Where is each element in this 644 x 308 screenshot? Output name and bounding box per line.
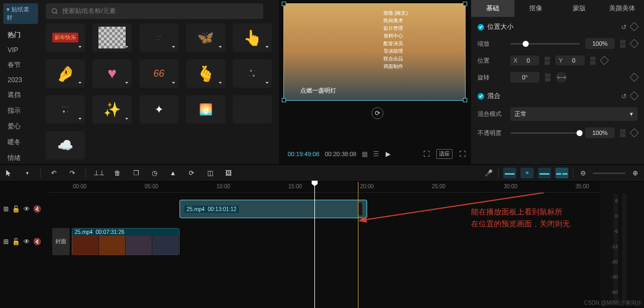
sticker-item[interactable]: [233, 95, 272, 124]
mute-icon[interactable]: 🔇: [33, 238, 41, 245]
lock-icon[interactable]: 🔓: [12, 238, 20, 245]
keyframe-icon[interactable]: [599, 56, 609, 65]
zoom-out-icon[interactable]: ⊖: [578, 168, 589, 178]
cat-2023[interactable]: 2023: [3, 73, 38, 87]
tab-basic[interactable]: 基础: [471, 0, 515, 17]
track-btn-1[interactable]: ▬▬: [503, 168, 516, 178]
keyframe-icon[interactable]: [630, 39, 639, 48]
video-preview[interactable]: 致敬 (南京) 民间美术 影片管理 资料中心 配音演员 导演助理 联合出品 画面…: [283, 3, 466, 101]
zoom-slider[interactable]: [593, 173, 626, 174]
cat-vip[interactable]: VIP: [3, 43, 38, 57]
download-icon[interactable]: [170, 43, 177, 51]
download-icon[interactable]: [123, 115, 131, 122]
lock-icon[interactable]: 🔓: [12, 205, 20, 213]
tab-mask[interactable]: 蒙版: [558, 0, 601, 17]
crop-icon[interactable]: ⛶: [422, 149, 431, 159]
sticker-item[interactable]: · · ·✦ ·: [46, 95, 85, 124]
video-track-1[interactable]: ⊞ 🔓 👁 🔇 封面 25.mp4 00:07:31:26: [0, 225, 644, 258]
rotation-value[interactable]: 0°: [510, 72, 540, 83]
cat-warm[interactable]: 暖冬: [3, 134, 38, 150]
image-tool[interactable]: 🖼: [223, 168, 234, 178]
download-icon[interactable]: [76, 115, 84, 122]
keyframe-icon[interactable]: [630, 128, 639, 138]
tab-beauty[interactable]: 美颜美体: [601, 0, 645, 17]
video-clip-2[interactable]: 25.mp4 00:07:31:26: [72, 228, 179, 255]
download-icon[interactable]: [263, 79, 271, 87]
download-icon[interactable]: [123, 43, 131, 51]
rotate-tool[interactable]: ⟳: [186, 168, 197, 178]
sticker-item[interactable]: 66: [139, 59, 178, 88]
grid-icon[interactable]: ▦: [362, 150, 368, 158]
scale-value[interactable]: 100%: [585, 38, 615, 49]
undo-button[interactable]: ↶: [48, 168, 59, 178]
cover-button[interactable]: 封面: [52, 228, 70, 255]
opacity-value[interactable]: 100%: [585, 127, 615, 138]
keyframe-icon[interactable]: [630, 73, 639, 82]
playhead[interactable]: [314, 182, 315, 308]
cat-mask[interactable]: 遮挡: [3, 87, 38, 103]
sticker-item[interactable]: ♥: [92, 59, 132, 88]
sticker-category-dropdown[interactable]: ▾ 贴纸素材: [3, 3, 38, 24]
fit-button[interactable]: 适应: [436, 149, 453, 159]
speed-tool[interactable]: ◷: [149, 168, 160, 178]
redo-button[interactable]: ↷: [67, 168, 78, 178]
sticker-item[interactable]: · · ·· ·: [139, 23, 178, 52]
cat-emotion[interactable]: 情绪: [3, 150, 38, 166]
copy-tool[interactable]: ❐: [131, 168, 141, 178]
flip-icon[interactable]: ⟷: [556, 72, 567, 83]
pos-y-input[interactable]: Y: [555, 56, 584, 65]
mirror-tool[interactable]: ▲: [168, 168, 178, 178]
zoom-in-icon[interactable]: ⊕: [630, 168, 641, 178]
cat-hot[interactable]: 热门: [3, 27, 38, 43]
add-track-icon[interactable]: ⊞: [3, 205, 9, 213]
download-icon[interactable]: [170, 79, 177, 87]
sticker-item[interactable]: ☁️: [46, 131, 85, 159]
sticker-item[interactable]: [92, 23, 132, 52]
download-icon[interactable]: [123, 79, 131, 87]
scale-slider[interactable]: [510, 43, 580, 45]
keyframe-icon[interactable]: [630, 22, 639, 31]
download-icon[interactable]: [216, 79, 224, 87]
keyframe-icon[interactable]: [630, 91, 639, 100]
sticker-item[interactable]: ✦: [139, 95, 178, 124]
sticker-item[interactable]: 新年快乐: [46, 23, 85, 52]
track-btn-3[interactable]: ▬▬: [538, 168, 551, 178]
refresh-icon[interactable]: ⟳: [371, 107, 383, 119]
mute-icon[interactable]: 🔇: [33, 205, 41, 213]
eye-icon[interactable]: 👁: [23, 238, 30, 245]
download-icon[interactable]: [263, 43, 271, 51]
list-icon[interactable]: ☰: [373, 150, 379, 158]
cursor-tool[interactable]: [3, 168, 14, 178]
eye-icon[interactable]: 👁: [23, 205, 30, 213]
sticker-item[interactable]: 🦋: [186, 23, 225, 52]
sticker-item[interactable]: 🤌: [46, 59, 85, 88]
split-tool[interactable]: ⊥⊥: [94, 168, 104, 178]
play-button[interactable]: ▶: [385, 149, 392, 159]
cat-heart[interactable]: 爱心: [3, 119, 38, 134]
sticker-item[interactable]: 🫰: [186, 59, 225, 88]
download-icon[interactable]: [76, 79, 84, 87]
track-btn-preview[interactable]: ▬ ▬: [555, 168, 568, 178]
reset-icon[interactable]: ↺: [621, 93, 627, 100]
video-clip-1[interactable]: 25.mp4 00:13:01:12: [179, 200, 367, 218]
tab-cutout[interactable]: 抠像: [515, 0, 558, 17]
cat-spring[interactable]: 春节: [3, 57, 38, 73]
fullscreen-icon[interactable]: ⛶: [458, 149, 467, 159]
download-icon[interactable]: [216, 43, 224, 51]
add-track-icon[interactable]: ⊞: [3, 238, 9, 245]
pos-x-input[interactable]: X: [510, 56, 539, 65]
sticker-item[interactable]: 👆: [233, 23, 272, 52]
sticker-item[interactable]: ✨: [92, 95, 132, 124]
search-input[interactable]: 搜索贴纸名称/元素: [46, 3, 263, 19]
tool-dropdown[interactable]: ▾: [22, 168, 33, 178]
reset-icon[interactable]: ↺: [621, 23, 627, 31]
mic-icon[interactable]: 🎤: [483, 168, 494, 178]
crop-tool[interactable]: ◫: [205, 168, 215, 178]
cat-indicate[interactable]: 指示: [3, 103, 38, 119]
check-icon[interactable]: [478, 24, 484, 30]
blend-mode-select[interactable]: 正常▾: [510, 107, 637, 121]
check-icon[interactable]: [478, 93, 484, 100]
time-ruler[interactable]: 00:00 05:00 10:00 15:00 20:00 25:00 30:0…: [49, 182, 644, 193]
delete-tool[interactable]: 🗑: [112, 168, 123, 178]
sticker-item[interactable]: 🌅: [186, 95, 225, 124]
